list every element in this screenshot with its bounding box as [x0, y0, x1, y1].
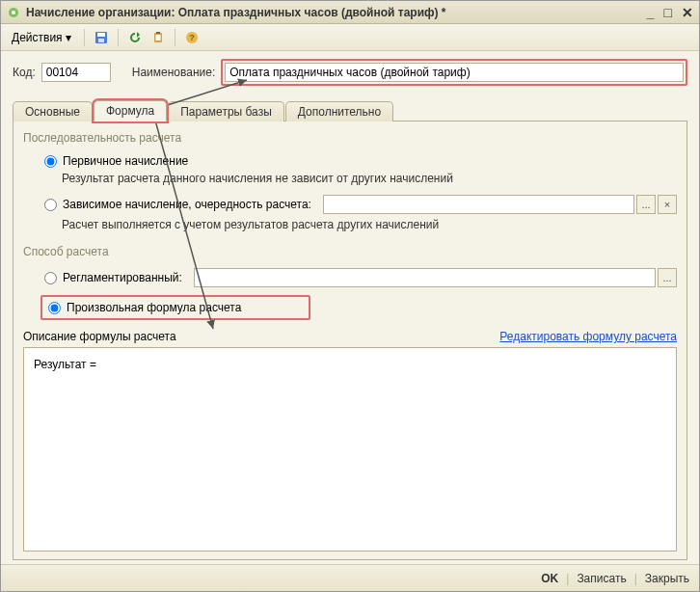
ok-button[interactable]: OK: [541, 572, 558, 585]
actions-label: Действия: [12, 31, 63, 44]
tab-params[interactable]: Параметры базы: [168, 101, 284, 121]
code-label: Код:: [13, 66, 36, 79]
radio-arbitrary[interactable]: [48, 302, 61, 314]
maximize-button[interactable]: □: [664, 5, 672, 20]
dependent-lookup: ... ×: [323, 195, 677, 214]
name-label: Наименование:: [132, 66, 216, 79]
code-input[interactable]: [41, 63, 111, 82]
radio-dependent[interactable]: [44, 199, 57, 211]
formula-desc-label: Описание формулы расчета: [23, 330, 176, 343]
tab-body: Последовательность расчета Первичное нач…: [13, 121, 687, 560]
dependent-clear-button[interactable]: ×: [658, 195, 677, 214]
minimize-button[interactable]: _: [647, 5, 655, 20]
formula-body: Результат =: [34, 358, 96, 371]
toolbar-divider-2: [118, 29, 119, 46]
tab-main[interactable]: Основные: [13, 101, 93, 121]
svg-rect-6: [156, 32, 160, 34]
radio-arbitrary-row[interactable]: Произвольная формула расчета: [40, 295, 310, 320]
window-title: Начисление организации: Оплата праздничн…: [26, 6, 641, 19]
name-input[interactable]: [225, 63, 684, 82]
radio-regulated[interactable]: [44, 272, 57, 284]
refresh-icon[interactable]: [126, 29, 144, 46]
regulated-input[interactable]: [194, 268, 656, 287]
method-title: Способ расчета: [23, 245, 677, 258]
radio-primary-row[interactable]: Первичное начисление: [44, 154, 677, 168]
radio-arbitrary-label: Произвольная формула расчета: [67, 301, 241, 314]
footer: OK | Записать | Закрыть: [1, 564, 699, 591]
dependent-input[interactable]: [323, 195, 634, 214]
svg-point-1: [12, 11, 15, 14]
tab-extra[interactable]: Дополнительно: [285, 101, 393, 121]
toolbar: Действия ▾ ?: [1, 24, 699, 51]
help-icon[interactable]: ?: [183, 29, 201, 46]
toolbar-divider-3: [175, 29, 175, 46]
primary-hint: Результат расчета данного начисления не …: [62, 172, 677, 185]
app-icon: [7, 6, 20, 19]
svg-rect-7: [155, 35, 160, 40]
dependent-hint: Расчет выполняется с учетом результатов …: [62, 218, 677, 231]
dropdown-icon: ▾: [66, 31, 71, 44]
toolbar-divider: [84, 29, 85, 46]
sequence-title: Последовательность расчета: [23, 131, 677, 145]
clipboard-icon[interactable]: [149, 29, 167, 46]
name-highlight: [221, 59, 687, 86]
window: Начисление организации: Оплата праздничн…: [0, 0, 700, 592]
radio-dependent-label: Зависимое начисление, очередность расчет…: [63, 198, 311, 211]
close-button[interactable]: ✕: [682, 5, 693, 20]
radio-primary[interactable]: [44, 155, 57, 168]
dependent-ellipsis-button[interactable]: ...: [636, 195, 656, 214]
save-button[interactable]: Записать: [577, 572, 626, 585]
regulated-ellipsis-button[interactable]: ...: [658, 268, 677, 287]
titlebar: Начисление организации: Оплата праздничн…: [1, 1, 699, 24]
footer-sep-2: |: [634, 572, 637, 585]
svg-rect-3: [97, 33, 105, 37]
formula-textarea[interactable]: Результат =: [23, 347, 677, 552]
tab-strip: Основные Формула Параметры базы Дополнит…: [13, 99, 687, 121]
save-icon[interactable]: [93, 29, 110, 46]
radio-dependent-row[interactable]: Зависимое начисление, очередность расчет…: [44, 195, 677, 214]
regulated-lookup: ...: [194, 268, 677, 287]
footer-sep-1: |: [566, 572, 569, 585]
radio-primary-label: Первичное начисление: [63, 154, 188, 168]
tab-formula[interactable]: Формула: [94, 100, 167, 121]
actions-menu[interactable]: Действия ▾: [7, 28, 76, 47]
content-area: Код: Наименование: Основные Формула Пара…: [1, 51, 699, 564]
window-controls: _ □ ✕: [647, 5, 693, 20]
close-footer-button[interactable]: Закрыть: [645, 572, 689, 585]
svg-rect-4: [98, 39, 104, 42]
svg-text:?: ?: [189, 33, 195, 42]
edit-formula-link[interactable]: Редактировать формулу расчета: [499, 330, 677, 343]
header-fields: Код: Наименование:: [13, 59, 687, 86]
radio-regulated-row[interactable]: Регламентированный: ...: [44, 268, 677, 287]
radio-regulated-label: Регламентированный:: [63, 271, 182, 284]
formula-header: Описание формулы расчета Редактировать ф…: [23, 330, 677, 343]
